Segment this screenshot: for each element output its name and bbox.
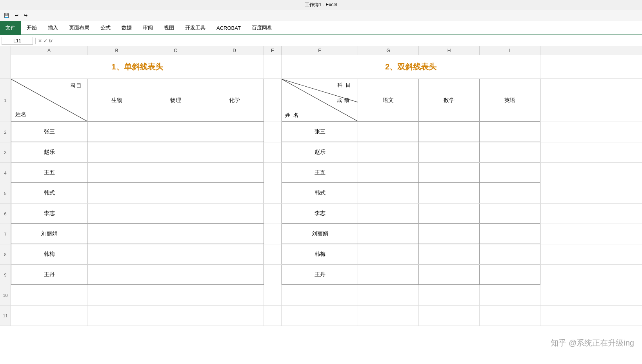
- s2-i7: [480, 265, 540, 285]
- row-num-9: 9: [0, 265, 11, 285]
- diag-label-name2: 姓 名: [285, 112, 299, 119]
- tab-insert[interactable]: 插入: [42, 21, 64, 35]
- s1-name-6: 韩梅: [11, 244, 87, 264]
- formula-icons: ✕ ✓ fx: [38, 38, 53, 44]
- s1-c5: [146, 224, 205, 244]
- col-header-E[interactable]: E: [264, 46, 282, 55]
- title-text: 工作簿1 - Excel: [305, 2, 337, 7]
- s1-d5: [205, 224, 264, 244]
- tab-review[interactable]: 审阅: [137, 21, 158, 35]
- col-header-D[interactable]: D: [205, 46, 264, 55]
- data-row-1: 2 张三 张三: [0, 122, 642, 142]
- s2-i3: [480, 183, 540, 203]
- gap-4: [264, 204, 282, 224]
- cell-ref-input[interactable]: [2, 37, 33, 45]
- undo-button[interactable]: ↩: [13, 12, 21, 19]
- s2-h4: [419, 204, 480, 224]
- s1-b3: [87, 183, 146, 203]
- gap-5: [264, 224, 282, 244]
- s1-name-5: 刘丽娟: [11, 224, 87, 244]
- section2-title: 2、双斜线表头: [385, 55, 436, 78]
- header-bio: 生物: [87, 79, 146, 122]
- row-num-7: 7: [0, 224, 11, 244]
- s1-b5: [87, 224, 146, 244]
- row-num-title: [0, 55, 11, 78]
- empty-b11: [87, 306, 146, 326]
- col-header-A[interactable]: A: [11, 46, 87, 55]
- gap-cell: [264, 55, 282, 78]
- diag-label-score: 成 绩: [337, 97, 350, 104]
- col-header-F[interactable]: F: [282, 46, 358, 55]
- tab-home[interactable]: 开始: [21, 21, 42, 35]
- s1-b4: [87, 204, 146, 224]
- diag-label-subject: 科目: [71, 82, 82, 89]
- header-physics: 物理: [146, 79, 205, 122]
- tab-formula[interactable]: 公式: [95, 21, 116, 35]
- tab-acrobat[interactable]: ACROBAT: [211, 21, 246, 35]
- data-row-7: 8 韩梅 韩梅: [0, 244, 642, 265]
- s1-d4: [205, 204, 264, 224]
- gap-0: [264, 122, 282, 142]
- col-header-B[interactable]: B: [87, 46, 146, 55]
- tab-page-layout[interactable]: 页面布局: [64, 21, 95, 35]
- empty-a10: [11, 285, 87, 305]
- s2-g0: [358, 122, 419, 142]
- s2-h1: [419, 142, 480, 162]
- col-header-I[interactable]: I: [480, 46, 540, 55]
- row-num-2: 2: [0, 122, 11, 142]
- empty-c10: [146, 285, 205, 305]
- empty-b10: [87, 285, 146, 305]
- col-header-G[interactable]: G: [358, 46, 419, 55]
- s1-d0: [205, 122, 264, 142]
- double-diagonal-header: 科 目 成 绩 姓 名: [282, 79, 358, 122]
- redo-button[interactable]: ↪: [22, 12, 30, 19]
- gap-2: [264, 163, 282, 183]
- s2-g2: [358, 163, 419, 183]
- section1-title: 1、单斜线表头: [111, 55, 163, 78]
- s2-g5: [358, 224, 419, 244]
- s1-c7: [146, 265, 205, 285]
- s1-b0: [87, 122, 146, 142]
- empty-i11: [480, 306, 540, 326]
- empty-e10: [264, 285, 282, 305]
- confirm-icon: ✓: [44, 38, 47, 44]
- ribbon: 文件 开始 插入 页面布局 公式 数据 审阅 视图 开发工具 ACROBAT 百…: [0, 21, 642, 35]
- tab-file[interactable]: 文件: [0, 21, 21, 35]
- formula-input[interactable]: [54, 38, 640, 44]
- empty-d10: [205, 285, 264, 305]
- s2-h7: [419, 265, 480, 285]
- s2-g4: [358, 204, 419, 224]
- s1-d7: [205, 265, 264, 285]
- gap-cell-2: [264, 79, 282, 122]
- tab-dev[interactable]: 开发工具: [180, 21, 211, 35]
- s2-g7: [358, 265, 419, 285]
- s2-h5: [419, 224, 480, 244]
- row-num-3: 3: [0, 142, 11, 162]
- empty-d11: [205, 306, 264, 326]
- formula-divider: |: [35, 36, 36, 45]
- data-row-8: 9 王丹 王丹: [0, 265, 642, 285]
- tab-data[interactable]: 数据: [116, 21, 137, 35]
- save-button[interactable]: 💾: [2, 12, 12, 19]
- empty-h11: [419, 306, 480, 326]
- column-headers: A B C D E F G H I: [0, 46, 642, 55]
- tab-view[interactable]: 视图: [158, 21, 180, 35]
- empty-e11: [264, 306, 282, 326]
- cancel-icon: ✕: [38, 38, 42, 44]
- s2-h2: [419, 163, 480, 183]
- tab-baidu[interactable]: 百度网盘: [246, 21, 278, 35]
- s1-c4: [146, 204, 205, 224]
- single-diagonal-header: 科目 姓名: [11, 79, 87, 122]
- empty-c11: [146, 306, 205, 326]
- s2-g3: [358, 183, 419, 203]
- empty-a11: [11, 306, 87, 326]
- section2-title-cell: 2、双斜线表头: [282, 55, 540, 78]
- empty-i10: [480, 285, 540, 305]
- s1-name-2: 王五: [11, 163, 87, 183]
- s2-name-2: 王五: [282, 163, 358, 183]
- col-header-C[interactable]: C: [146, 46, 205, 55]
- s2-name-6: 韩梅: [282, 244, 358, 264]
- data-row-5: 6 李志 李志: [0, 204, 642, 224]
- col-header-H[interactable]: H: [419, 46, 480, 55]
- s2-name-0: 张三: [282, 122, 358, 142]
